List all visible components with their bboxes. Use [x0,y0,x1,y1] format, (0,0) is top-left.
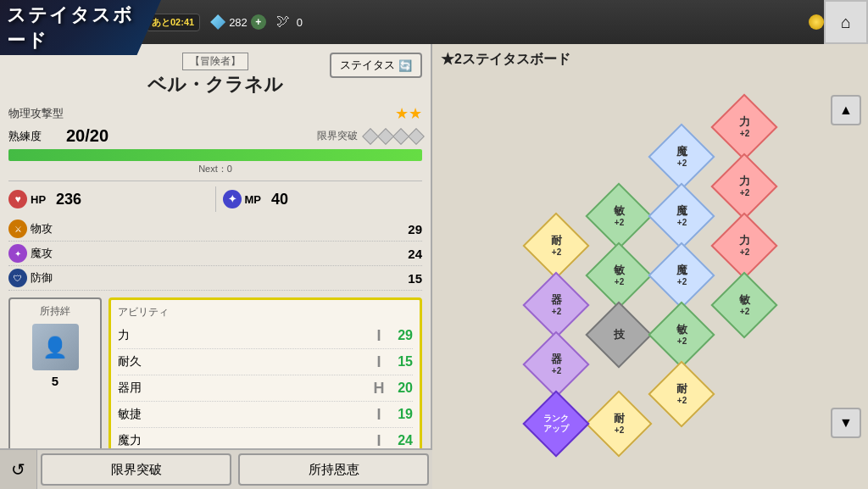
diamond-4 [408,128,425,145]
main-content: ステイタス 🔄 【冒険者】 ベル・クラネル 物理攻撃型 ★★ 熟練度 20/20… [0,44,868,489]
node-rankup[interactable]: ランクアップ [522,390,589,457]
node-tai-2[interactable]: 耐+2 [648,360,715,427]
gem-block: 282 + [210,14,266,30]
ability-name-taikyu: 耐久 [118,354,369,370]
mp-block: ✦ MP 40 [223,190,423,208]
node-chikara-1[interactable]: 力+2 [710,93,777,160]
skill-board: 力+2 魔+2 力+2 敏+2 魔+2 力+2 耐+ [441,74,826,481]
bond-title: 所持絆 [40,304,70,319]
character-stars: ★★ [395,104,422,123]
node-ma-3[interactable]: 魔+2 [648,242,715,308]
back-button[interactable]: ↺ [0,450,37,489]
mag-atk-value: 24 [408,247,422,261]
refresh-icon: 🔄 [398,59,412,72]
mastery-row: 熟練度 20/20 限界突破 [8,126,422,146]
ability-row-kiyo: 器用 H 20 [118,375,413,402]
mp-label: MP [245,193,262,206]
limit-diamonds [364,131,422,142]
mp-icon: ✦ [223,190,242,208]
limit-break-button[interactable]: 限界突破 [41,453,231,486]
right-panel: ★2ステイタスボード ▲ ▼ 力+2 魔+2 力+2 敏+2 魔+2 [432,44,868,489]
node-chikara-3[interactable]: 力+2 [710,212,777,279]
node-bin-2[interactable]: 敏+2 [585,242,652,308]
phys-atk-row: ⚔ 物攻 29 [8,217,422,242]
ability-bar-icon-2: I [369,352,389,372]
bottom-section: 所持絆 👤 5 アビリティ 力 I 29 耐久 I 15 器用 H [8,297,422,462]
home-button[interactable]: ⌂ [824,0,868,44]
page-title: ステイタスボード [0,3,161,53]
ability-value-maryoku: 24 [389,433,413,448]
sub-stats: ⚔ 物攻 29 ✦ 魔攻 24 🛡 防御 15 [8,217,422,291]
node-ki-2[interactable]: 器+2 [522,331,589,397]
character-class: 【冒険者】 [182,53,248,70]
character-type: 物理攻撃型 [8,106,64,121]
mastery-bar-fill [8,149,422,161]
status-refresh-button[interactable]: ステイタス 🔄 [330,53,422,78]
hp-label: HP [31,193,46,206]
hp-block: ♥ HP 236 [8,190,209,208]
title-overlay: ステイタスボード [0,0,170,59]
ability-bar-icon-4: I [369,404,389,425]
bird-block: 🕊 0 [276,14,303,31]
limit-break-label: 限界突破 [317,129,358,143]
board-nav-down[interactable]: ▼ [831,408,861,438]
board-nav-up[interactable]: ▲ [831,95,861,125]
ability-row-binsho: 敏捷 I 19 [118,402,413,428]
node-tai-3[interactable]: 耐+2 [585,390,652,457]
def-value: 15 [408,271,422,286]
title-background: ステイタスボード [0,0,161,55]
ability-box: アビリティ 力 I 29 耐久 I 15 器用 H 20 敏捷 [108,297,422,462]
bottom-buttons: ↺ 限界突破 所持恩恵 [0,448,432,489]
phys-atk-icon: ⚔ [8,219,27,238]
node-bin-4[interactable]: 敏+2 [648,301,715,368]
node-waza[interactable]: 技 [585,301,652,368]
gem-add-button[interactable]: + [251,14,266,30]
blessings-button[interactable]: 所持恩恵 [238,453,429,486]
phys-atk-value: 29 [408,222,422,236]
left-panel: ステイタス 🔄 【冒険者】 ベル・クラネル 物理攻撃型 ★★ 熟練度 20/20… [0,44,432,489]
node-ma-2[interactable]: 魔+2 [648,182,715,249]
ability-row-chikara: 力 I 29 [118,323,413,349]
hp-icon: ♥ [8,190,27,208]
ability-value-chikara: 29 [389,328,413,343]
mastery-label: 熟練度 [8,129,59,144]
board-title: ★2ステイタスボード [441,51,570,69]
def-row: 🛡 防御 15 [8,266,422,291]
node-bin-3[interactable]: 敏+2 [710,271,777,338]
ability-value-kiyo: 20 [389,381,413,396]
ability-bar-icon-3: H [369,378,389,398]
ability-name-binsho: 敏捷 [118,407,369,422]
node-ma-1[interactable]: 魔+2 [648,123,715,190]
status-btn-label: ステイタス [340,58,395,73]
coin-icon [809,14,824,30]
def-icon: 🛡 [8,269,27,287]
ability-bar-icon-1: I [369,325,389,346]
mag-atk-icon: ✦ [8,244,27,263]
mp-value: 40 [271,191,288,208]
node-bin-1[interactable]: 敏+2 [585,182,652,249]
phys-atk-label: 物攻 [31,221,408,236]
hp-mp-row: ♥ HP 236 ✦ MP 40 [8,181,422,212]
mastery-value: 20/20 [66,126,108,146]
mag-atk-label: 魔攻 [31,246,408,261]
node-chikara-2[interactable]: 力+2 [710,153,777,219]
bird-count: 0 [297,16,303,29]
def-label: 防御 [31,270,408,286]
bond-count: 5 [52,374,58,388]
ability-name-maryoku: 魔力 [118,433,369,448]
ability-value-taikyu: 15 [389,354,413,370]
stat-divider [215,186,216,212]
node-ki-1[interactable]: 器+2 [522,271,589,338]
next-label: Next：0 [8,163,422,175]
mag-atk-row: ✦ 魔攻 24 [8,242,422,266]
node-tai-1[interactable]: 耐+2 [522,212,589,279]
ability-value-binsho: 19 [389,407,413,422]
ability-name-kiyo: 器用 [118,381,369,396]
ability-name-chikara: 力 [118,328,369,343]
mastery-bar [8,149,422,161]
bond-avatar: 👤 [32,324,79,370]
type-row: 物理攻撃型 ★★ [8,104,422,123]
gem-icon [210,14,225,30]
bird-icon: 🕊 [276,14,293,31]
gem-count: 282 [229,16,248,29]
